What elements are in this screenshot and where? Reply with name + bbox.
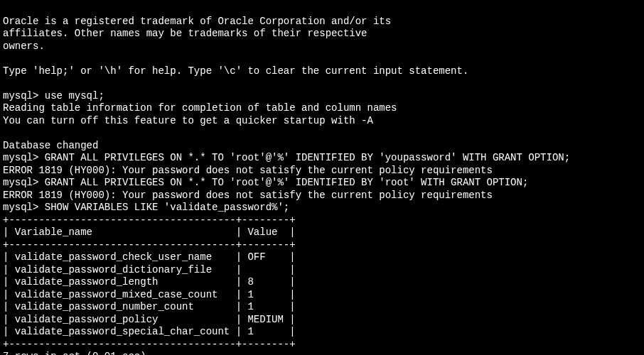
table-border: +--------------------------------------+… bbox=[3, 239, 296, 251]
table-row: | validate_password_length | 8 | bbox=[3, 276, 296, 288]
db-changed-msg: Database changed bbox=[3, 140, 98, 151]
table-row: | validate_password_dictionary_file | | bbox=[3, 264, 296, 275]
table-border: +--------------------------------------+… bbox=[3, 339, 296, 350]
intro-line: owners. bbox=[3, 40, 45, 52]
table-row: | validate_password_policy | MEDIUM | bbox=[3, 314, 296, 325]
reading-tables-msg: Reading table information for completion… bbox=[3, 102, 397, 114]
prompt-grant-1: mysql> GRANT ALL PRIVILEGES ON *.* TO 'r… bbox=[3, 152, 570, 163]
intro-line: Oracle is a registered trademark of Orac… bbox=[3, 16, 391, 27]
table-border: +--------------------------------------+… bbox=[3, 214, 296, 226]
table-row: | validate_password_mixed_case_count | 1… bbox=[3, 289, 296, 300]
rows-in-set-msg: 7 rows in set (0.01 sec) bbox=[3, 351, 146, 355]
table-header: | Variable_name | Value | bbox=[3, 226, 296, 238]
intro-line: affiliates. Other names may be trademark… bbox=[3, 28, 367, 39]
prompt-show-variables: mysql> SHOW VARIABLES LIKE 'validate_pas… bbox=[3, 202, 289, 213]
table-row: | validate_password_number_count | 1 | bbox=[3, 301, 296, 312]
turn-off-msg: You can turn off this feature to get a q… bbox=[3, 115, 373, 126]
error-1819-msg: ERROR 1819 (HY000): Your password does n… bbox=[3, 190, 493, 201]
table-row: | validate_password_special_char_count |… bbox=[3, 326, 296, 337]
terminal-output[interactable]: Oracle is a registered trademark of Orac… bbox=[0, 0, 644, 355]
prompt-use-mysql: mysql> use mysql; bbox=[3, 90, 104, 102]
prompt-grant-2: mysql> GRANT ALL PRIVILEGES ON *.* TO 'r… bbox=[3, 177, 528, 188]
table-row: | validate_password_check_user_name | OF… bbox=[3, 251, 296, 263]
error-1819-msg: ERROR 1819 (HY000): Your password does n… bbox=[3, 165, 493, 176]
intro-line: Type 'help;' or '\h' for help. Type '\c'… bbox=[3, 65, 468, 77]
